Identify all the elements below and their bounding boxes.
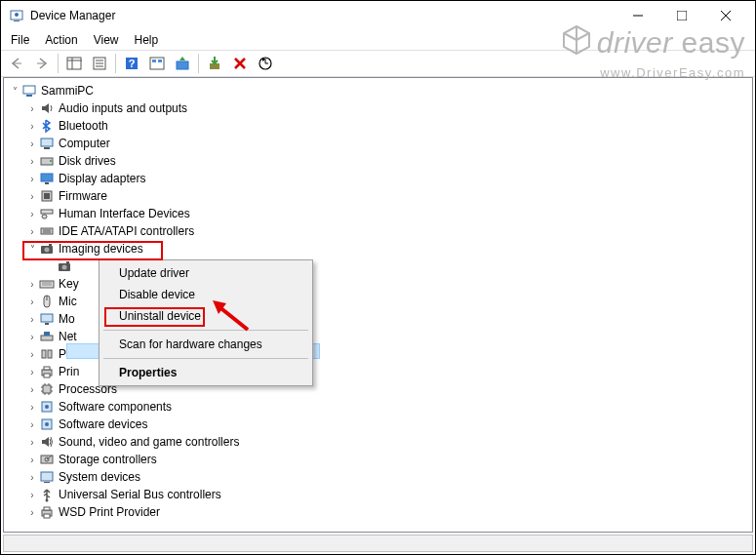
device-icon: [39, 469, 55, 485]
context-uninstall-device[interactable]: Uninstall device: [101, 305, 310, 327]
device-icon: [39, 434, 55, 450]
device-icon: [39, 364, 55, 379]
chevron-right-icon[interactable]: ›: [25, 121, 39, 132]
chevron-right-icon[interactable]: ›: [25, 332, 39, 342]
chevron-right-icon[interactable]: ›: [25, 156, 39, 167]
tree-category-label: Storage controllers: [59, 453, 157, 466]
show-hide-tree-button[interactable]: [62, 52, 86, 75]
svg-rect-78: [44, 507, 50, 510]
update-driver-button[interactable]: [171, 52, 194, 75]
svg-rect-75: [44, 482, 50, 483]
svg-rect-19: [152, 59, 156, 62]
context-properties[interactable]: Properties: [101, 362, 310, 383]
tree-category[interactable]: ›Software components: [4, 398, 752, 416]
chevron-right-icon[interactable]: ›: [25, 209, 39, 219]
svg-rect-4: [677, 11, 687, 20]
tree-category[interactable]: ›Human Interface Devices: [4, 205, 752, 222]
chevron-right-icon[interactable]: ›: [25, 174, 39, 184]
tree-category[interactable]: ›Storage controllers: [4, 451, 752, 468]
properties-button[interactable]: [88, 52, 111, 75]
tree-category[interactable]: ›Display adapters: [4, 170, 752, 187]
menu-bar: File Action View Help: [1, 30, 755, 50]
tree-root[interactable]: ˅SammiPC: [4, 82, 752, 99]
device-icon: [39, 241, 55, 257]
svg-rect-74: [41, 472, 53, 481]
tree-category[interactable]: ›IDE ATA/ATAPI controllers: [4, 222, 752, 240]
menu-help[interactable]: Help: [129, 31, 165, 49]
chevron-right-icon[interactable]: ›: [25, 103, 39, 114]
uninstall-button[interactable]: [228, 52, 252, 75]
context-disable-device[interactable]: Disable device: [101, 284, 310, 305]
chevron-right-icon[interactable]: ›: [25, 139, 39, 149]
chevron-right-icon[interactable]: ›: [25, 314, 39, 325]
svg-rect-50: [41, 314, 53, 322]
menu-file[interactable]: File: [5, 31, 35, 49]
chevron-right-icon[interactable]: ›: [25, 402, 39, 413]
tree-category[interactable]: ›Computer: [4, 135, 752, 152]
tree-category[interactable]: ›Sound, video and game controllers: [4, 433, 752, 451]
back-button[interactable]: [5, 52, 28, 75]
forward-button[interactable]: [30, 52, 54, 75]
chevron-right-icon[interactable]: ›: [25, 349, 39, 360]
chevron-right-icon[interactable]: ›: [25, 226, 39, 237]
chevron-down-icon[interactable]: ˅: [25, 244, 39, 255]
chevron-right-icon[interactable]: ›: [25, 279, 39, 290]
svg-rect-9: [67, 58, 81, 69]
chevron-right-icon[interactable]: ›: [25, 367, 39, 377]
chevron-right-icon[interactable]: ›: [25, 384, 39, 395]
tree-category[interactable]: ›System devices: [4, 468, 752, 486]
maximize-button[interactable]: [659, 1, 703, 30]
tree-category-label: Key: [59, 277, 79, 291]
tree-category-label: Net: [59, 330, 77, 343]
device-icon: [39, 329, 55, 344]
menu-view[interactable]: View: [88, 31, 125, 49]
tree-device-item[interactable]: [4, 258, 752, 275]
tree-category[interactable]: ˅Imaging devices: [4, 240, 752, 258]
chevron-down-icon[interactable]: ˅: [8, 86, 21, 97]
tree-category-label: Prin: [59, 365, 79, 378]
device-icon: [39, 504, 55, 520]
svg-rect-26: [41, 139, 53, 146]
close-button[interactable]: [703, 1, 747, 30]
chevron-right-icon[interactable]: ›: [25, 437, 39, 448]
tree-category[interactable]: ›WSD Print Provider: [4, 503, 752, 521]
tree-category-label: System devices: [59, 470, 140, 484]
scan-hardware-button[interactable]: [254, 52, 277, 75]
chevron-right-icon[interactable]: ›: [25, 191, 39, 202]
minimize-button[interactable]: [616, 1, 659, 30]
device-icon: [39, 294, 55, 309]
tree-category[interactable]: ›Universal Serial Bus controllers: [4, 486, 752, 503]
device-icon: [39, 381, 55, 397]
install-button[interactable]: [203, 52, 226, 75]
tree-category[interactable]: ›Audio inputs and outputs: [4, 99, 752, 117]
svg-point-29: [50, 160, 52, 162]
tree-category-label: Universal Serial Bus controllers: [59, 488, 221, 501]
tree-category-label: Software components: [59, 400, 172, 414]
chevron-right-icon[interactable]: ›: [25, 297, 39, 307]
context-scan-hardware[interactable]: Scan for hardware changes: [101, 334, 310, 355]
tree-category-label: Bluetooth: [59, 119, 108, 133]
chevron-right-icon[interactable]: ›: [25, 455, 39, 465]
svg-rect-36: [41, 228, 53, 234]
device-icon: [39, 118, 55, 134]
tree-category-label: Mic: [59, 295, 77, 308]
chevron-right-icon[interactable]: ›: [25, 419, 39, 430]
svg-rect-79: [44, 514, 50, 518]
menu-action[interactable]: Action: [39, 31, 83, 49]
chevron-right-icon[interactable]: ›: [25, 507, 39, 518]
device-icon: [39, 223, 55, 239]
svg-rect-57: [44, 367, 50, 370]
tree-category[interactable]: ›Software devices: [4, 416, 752, 433]
tree-category[interactable]: ›Bluetooth: [4, 117, 752, 135]
svg-rect-51: [45, 323, 49, 325]
tree-category[interactable]: ›Disk drives: [4, 152, 752, 170]
camera-icon: [57, 258, 72, 274]
help-button[interactable]: ?: [120, 52, 143, 75]
tree-category[interactable]: ›Firmware: [4, 187, 752, 205]
toolbar-icon[interactable]: [145, 52, 169, 75]
device-icon: [39, 188, 55, 204]
svg-point-43: [62, 265, 67, 270]
chevron-right-icon[interactable]: ›: [25, 490, 39, 500]
chevron-right-icon[interactable]: ›: [25, 472, 39, 483]
svg-rect-44: [66, 261, 69, 263]
